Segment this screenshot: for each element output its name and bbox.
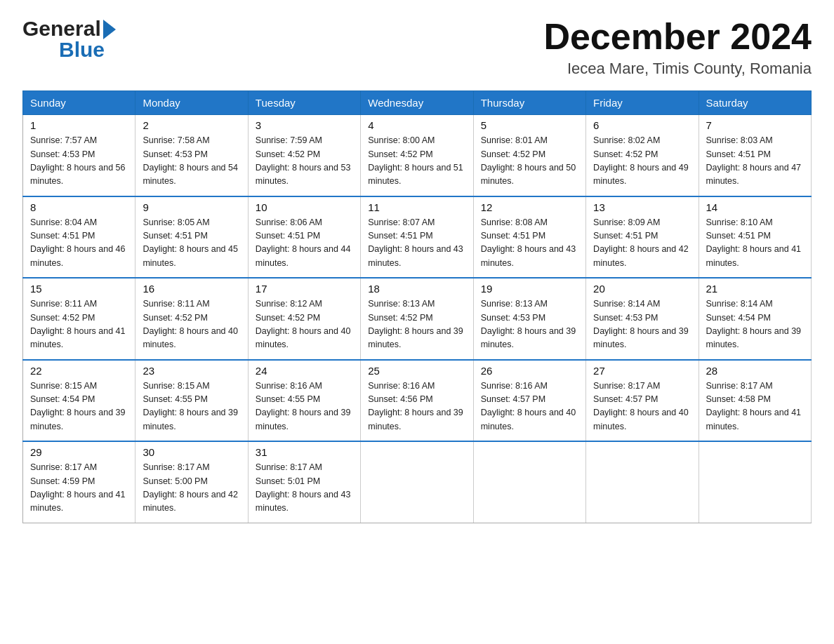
title-section: December 2024 Iecea Mare, Timis County, … — [543, 17, 812, 78]
calendar-day-cell: 14 Sunrise: 8:10 AMSunset: 4:51 PMDaylig… — [699, 196, 811, 279]
calendar-day-cell: 21 Sunrise: 8:14 AMSunset: 4:54 PMDaylig… — [699, 278, 811, 360]
calendar-day-cell: 4 Sunrise: 8:00 AMSunset: 4:52 PMDayligh… — [361, 115, 473, 196]
day-info: Sunrise: 8:17 AMSunset: 4:58 PMDaylight:… — [706, 381, 802, 431]
day-number: 4 — [368, 119, 465, 131]
day-info: Sunrise: 8:17 AMSunset: 5:00 PMDaylight:… — [143, 462, 238, 513]
day-number: 17 — [256, 283, 353, 295]
calendar-day-cell: 10 Sunrise: 8:06 AMSunset: 4:51 PMDaylig… — [248, 196, 360, 279]
day-info: Sunrise: 7:59 AMSunset: 4:52 PMDaylight:… — [256, 135, 351, 186]
calendar-day-cell: 29 Sunrise: 8:17 AMSunset: 4:59 PMDaylig… — [23, 441, 135, 523]
day-number: 21 — [706, 283, 804, 295]
calendar-day-cell: 28 Sunrise: 8:17 AMSunset: 4:58 PMDaylig… — [699, 360, 811, 442]
weekday-header-sunday: Sunday — [23, 91, 135, 115]
weekday-header-wednesday: Wednesday — [361, 91, 473, 115]
day-number: 3 — [256, 119, 353, 131]
day-info: Sunrise: 8:14 AMSunset: 4:53 PMDaylight:… — [593, 299, 689, 349]
calendar-day-cell: 24 Sunrise: 8:16 AMSunset: 4:55 PMDaylig… — [248, 360, 360, 442]
calendar-day-cell: 25 Sunrise: 8:16 AMSunset: 4:56 PMDaylig… — [361, 360, 473, 442]
calendar-day-cell — [473, 441, 585, 523]
day-info: Sunrise: 8:17 AMSunset: 5:01 PMDaylight:… — [256, 462, 351, 513]
calendar-day-cell: 15 Sunrise: 8:11 AMSunset: 4:52 PMDaylig… — [23, 278, 135, 360]
calendar-day-cell: 11 Sunrise: 8:07 AMSunset: 4:51 PMDaylig… — [361, 196, 473, 279]
day-info: Sunrise: 8:17 AMSunset: 4:59 PMDaylight:… — [30, 462, 126, 513]
weekday-header-saturday: Saturday — [699, 91, 811, 115]
svg-marker-0 — [103, 20, 116, 39]
weekday-header-monday: Monday — [135, 91, 248, 115]
day-info: Sunrise: 8:16 AMSunset: 4:55 PMDaylight:… — [256, 381, 351, 431]
day-number: 24 — [256, 365, 353, 377]
day-number: 28 — [706, 365, 804, 377]
calendar-day-cell: 2 Sunrise: 7:58 AMSunset: 4:53 PMDayligh… — [135, 115, 248, 196]
calendar-day-cell: 9 Sunrise: 8:05 AMSunset: 4:51 PMDayligh… — [135, 196, 248, 279]
day-number: 16 — [143, 283, 240, 295]
day-number: 1 — [30, 119, 128, 131]
day-number: 19 — [481, 283, 578, 295]
logo-blue-text: Blue — [59, 38, 105, 62]
calendar-day-cell: 1 Sunrise: 7:57 AMSunset: 4:53 PMDayligh… — [23, 115, 135, 196]
calendar-day-cell: 31 Sunrise: 8:17 AMSunset: 5:01 PMDaylig… — [248, 441, 360, 523]
calendar-day-cell: 13 Sunrise: 8:09 AMSunset: 4:51 PMDaylig… — [586, 196, 699, 279]
calendar-table: SundayMondayTuesdayWednesdayThursdayFrid… — [22, 90, 812, 523]
calendar-day-cell: 17 Sunrise: 8:12 AMSunset: 4:52 PMDaylig… — [248, 278, 360, 360]
day-info: Sunrise: 8:15 AMSunset: 4:55 PMDaylight:… — [143, 381, 238, 431]
day-info: Sunrise: 8:17 AMSunset: 4:57 PMDaylight:… — [593, 381, 689, 431]
location-subtitle: Iecea Mare, Timis County, Romania — [543, 60, 812, 78]
calendar-day-cell: 23 Sunrise: 8:15 AMSunset: 4:55 PMDaylig… — [135, 360, 248, 442]
day-info: Sunrise: 8:10 AMSunset: 4:51 PMDaylight:… — [706, 217, 802, 268]
weekday-header-tuesday: Tuesday — [248, 91, 360, 115]
calendar-day-cell: 27 Sunrise: 8:17 AMSunset: 4:57 PMDaylig… — [586, 360, 699, 442]
calendar-day-cell: 12 Sunrise: 8:08 AMSunset: 4:51 PMDaylig… — [473, 196, 585, 279]
day-number: 23 — [143, 365, 240, 377]
logo: General Blue — [22, 17, 116, 62]
calendar-day-cell: 7 Sunrise: 8:03 AMSunset: 4:51 PMDayligh… — [699, 115, 811, 196]
day-info: Sunrise: 8:12 AMSunset: 4:52 PMDaylight:… — [256, 299, 351, 349]
day-number: 11 — [368, 201, 465, 213]
calendar-week-row: 29 Sunrise: 8:17 AMSunset: 4:59 PMDaylig… — [23, 441, 812, 523]
day-number: 31 — [256, 446, 353, 458]
day-number: 26 — [481, 365, 578, 377]
day-info: Sunrise: 7:57 AMSunset: 4:53 PMDaylight:… — [30, 135, 126, 186]
day-info: Sunrise: 8:05 AMSunset: 4:51 PMDaylight:… — [143, 217, 238, 268]
calendar-day-cell: 19 Sunrise: 8:13 AMSunset: 4:53 PMDaylig… — [473, 278, 585, 360]
day-info: Sunrise: 8:08 AMSunset: 4:51 PMDaylight:… — [481, 217, 576, 268]
page-header: General Blue December 2024 Iecea Mare, T… — [22, 17, 812, 78]
day-info: Sunrise: 8:04 AMSunset: 4:51 PMDaylight:… — [30, 217, 126, 268]
calendar-day-cell: 30 Sunrise: 8:17 AMSunset: 5:00 PMDaylig… — [135, 441, 248, 523]
calendar-day-cell: 26 Sunrise: 8:16 AMSunset: 4:57 PMDaylig… — [473, 360, 585, 442]
calendar-week-row: 1 Sunrise: 7:57 AMSunset: 4:53 PMDayligh… — [23, 115, 812, 196]
day-info: Sunrise: 8:00 AMSunset: 4:52 PMDaylight:… — [368, 135, 463, 186]
calendar-week-row: 8 Sunrise: 8:04 AMSunset: 4:51 PMDayligh… — [23, 196, 812, 279]
calendar-day-cell: 20 Sunrise: 8:14 AMSunset: 4:53 PMDaylig… — [586, 278, 699, 360]
day-number: 22 — [30, 365, 128, 377]
calendar-day-cell: 6 Sunrise: 8:02 AMSunset: 4:52 PMDayligh… — [586, 115, 699, 196]
day-number: 14 — [706, 201, 804, 213]
calendar-day-cell: 22 Sunrise: 8:15 AMSunset: 4:54 PMDaylig… — [23, 360, 135, 442]
day-info: Sunrise: 8:13 AMSunset: 4:52 PMDaylight:… — [368, 299, 463, 349]
day-number: 13 — [593, 201, 691, 213]
day-number: 7 — [706, 119, 804, 131]
day-number: 9 — [143, 201, 240, 213]
day-info: Sunrise: 8:07 AMSunset: 4:51 PMDaylight:… — [368, 217, 463, 268]
day-info: Sunrise: 8:03 AMSunset: 4:51 PMDaylight:… — [706, 135, 802, 186]
day-info: Sunrise: 8:13 AMSunset: 4:53 PMDaylight:… — [481, 299, 576, 349]
day-info: Sunrise: 8:11 AMSunset: 4:52 PMDaylight:… — [30, 299, 126, 349]
logo-general-text: General — [22, 17, 101, 41]
day-info: Sunrise: 8:06 AMSunset: 4:51 PMDaylight:… — [256, 217, 351, 268]
calendar-day-cell: 8 Sunrise: 8:04 AMSunset: 4:51 PMDayligh… — [23, 196, 135, 279]
calendar-week-row: 15 Sunrise: 8:11 AMSunset: 4:52 PMDaylig… — [23, 278, 812, 360]
day-info: Sunrise: 7:58 AMSunset: 4:53 PMDaylight:… — [143, 135, 238, 186]
day-info: Sunrise: 8:15 AMSunset: 4:54 PMDaylight:… — [30, 381, 126, 431]
day-number: 29 — [30, 446, 128, 458]
calendar-day-cell: 5 Sunrise: 8:01 AMSunset: 4:52 PMDayligh… — [473, 115, 585, 196]
day-number: 10 — [256, 201, 353, 213]
day-number: 2 — [143, 119, 240, 131]
calendar-week-row: 22 Sunrise: 8:15 AMSunset: 4:54 PMDaylig… — [23, 360, 812, 442]
day-number: 25 — [368, 365, 465, 377]
calendar-day-cell — [699, 441, 811, 523]
day-number: 5 — [481, 119, 578, 131]
weekday-header-friday: Friday — [586, 91, 699, 115]
day-info: Sunrise: 8:02 AMSunset: 4:52 PMDaylight:… — [593, 135, 689, 186]
day-info: Sunrise: 8:11 AMSunset: 4:52 PMDaylight:… — [143, 299, 238, 349]
day-number: 20 — [593, 283, 691, 295]
day-info: Sunrise: 8:09 AMSunset: 4:51 PMDaylight:… — [593, 217, 689, 268]
